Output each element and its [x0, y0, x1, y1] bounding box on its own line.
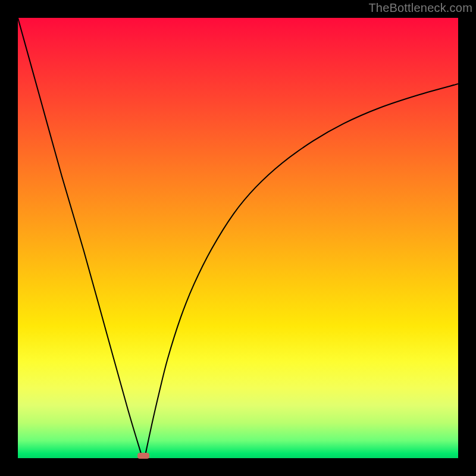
minimum-marker — [137, 453, 149, 459]
curve-left-branch — [18, 18, 141, 454]
watermark-text: TheBottleneck.com — [368, 1, 472, 15]
curve-right-branch — [146, 84, 458, 454]
chart-stage: TheBottleneck.com — [0, 0, 476, 476]
curve-svg — [18, 18, 458, 458]
plot-area — [18, 18, 458, 458]
